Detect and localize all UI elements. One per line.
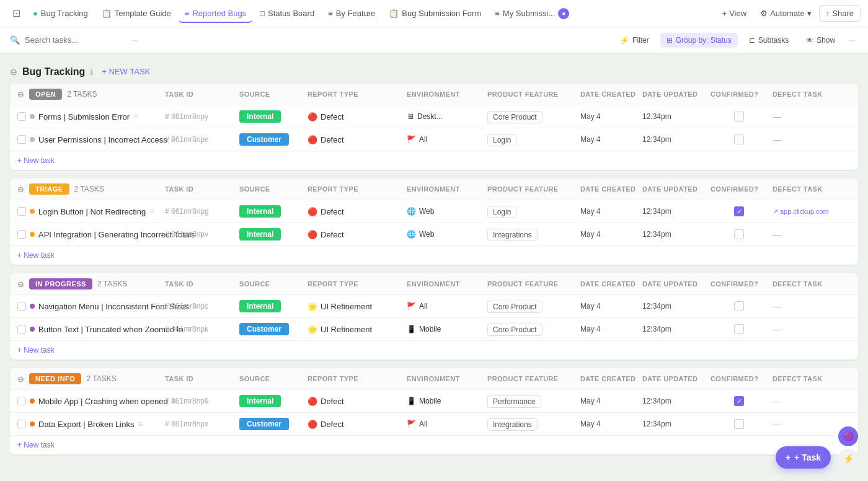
- new-task-row[interactable]: + New task: [10, 246, 858, 265]
- report-type-cell: 🔴Defect: [305, 135, 404, 144]
- source-badge[interactable]: Internal: [239, 205, 281, 218]
- table-row: Login Button | Not Redirecting ≡ # 861mr…: [10, 200, 858, 223]
- date-updated-cell: 12:34pm: [640, 230, 708, 239]
- tab-status-board[interactable]: □ Status Board: [254, 5, 321, 22]
- reported-bugs-icon: ≡: [185, 9, 190, 18]
- more-options-icon[interactable]: ···: [129, 33, 141, 47]
- task-description-icon[interactable]: ≡: [149, 207, 154, 216]
- task-name[interactable]: Button Text | Truncated when Zoomed In: [38, 325, 184, 334]
- task-id-cell: # 861mr8npy: [162, 112, 237, 121]
- report-type-cell: 🌟UI Refinement: [305, 302, 404, 311]
- source-badge[interactable]: Internal: [239, 228, 281, 240]
- task-name[interactable]: Forms | Submission Error: [38, 112, 130, 121]
- new-task-button[interactable]: + NEW TASK: [98, 66, 154, 77]
- report-type-cell: 🔴Defect: [305, 112, 404, 121]
- task-checkbox[interactable]: [17, 135, 26, 144]
- show-button[interactable]: 👁 Show: [800, 33, 841, 48]
- open-task-count: 2 TASKS: [67, 90, 97, 99]
- task-checkbox[interactable]: [17, 397, 26, 405]
- defect-icon: 🔴: [308, 397, 317, 406]
- tab-bug-submission[interactable]: 📋 Bug Submission Form: [383, 5, 487, 22]
- source-badge[interactable]: Customer: [239, 418, 289, 430]
- new-task-row[interactable]: + New task: [10, 151, 858, 170]
- product-feature-cell: Performance: [485, 397, 578, 406]
- checkbox-empty[interactable]: [734, 229, 744, 239]
- more-toolbar-icon[interactable]: ···: [846, 33, 858, 47]
- task-checkbox[interactable]: [17, 302, 26, 311]
- share-icon: ↑: [826, 9, 830, 18]
- defect-icon: 🔴: [308, 207, 317, 216]
- new-task-row[interactable]: + New task: [10, 341, 858, 360]
- checkbox-empty[interactable]: [734, 135, 744, 144]
- source-cell: Customer: [237, 418, 305, 430]
- date-created-cell: May 4: [578, 325, 640, 333]
- search-input[interactable]: [25, 35, 124, 45]
- avatar-dots[interactable]: 🟣 ⚡: [838, 426, 858, 469]
- share-button[interactable]: ↑ Share: [819, 5, 861, 22]
- task-checkbox[interactable]: [17, 112, 26, 121]
- source-cell: Internal: [237, 110, 305, 123]
- defect-task-cell[interactable]: ↗app.clickup.com: [770, 208, 851, 216]
- feature-badge: Login: [487, 206, 516, 218]
- source-badge[interactable]: Internal: [239, 110, 281, 123]
- product-feature-cell: Login: [485, 135, 578, 144]
- task-checkbox[interactable]: [17, 325, 26, 333]
- defect-task-cell: —: [770, 229, 851, 239]
- new-task-row[interactable]: + New task: [10, 436, 858, 454]
- task-id-cell: # 861mr8npx: [162, 420, 237, 428]
- template-icon: 📋: [102, 9, 112, 18]
- source-badge[interactable]: Customer: [239, 133, 289, 146]
- fab-create-task[interactable]: + + Task: [776, 446, 831, 469]
- task-checkbox[interactable]: [17, 420, 26, 428]
- automate-icon: ⚙: [760, 9, 768, 18]
- confirmed-cell: [708, 135, 770, 144]
- view-button[interactable]: + View: [716, 6, 753, 21]
- show-icon: 👁: [806, 36, 813, 45]
- tab-template-guide[interactable]: 📋 Template Guide: [95, 5, 177, 22]
- checkbox-empty[interactable]: [734, 112, 744, 121]
- web-icon: 🌐: [407, 230, 416, 239]
- open-collapse-icon[interactable]: ⊖: [17, 90, 24, 99]
- defect-icon: 🔴: [308, 135, 317, 144]
- task-id-cell: # 861mr8npv: [162, 230, 237, 239]
- need-info-collapse-icon[interactable]: ⊖: [17, 374, 24, 384]
- tab-bug-tracking[interactable]: ● Bug Tracking: [27, 5, 94, 22]
- source-badge[interactable]: Customer: [239, 323, 289, 335]
- task-name[interactable]: Data Export | Broken Links: [38, 420, 134, 429]
- checkbox-empty[interactable]: [734, 324, 744, 334]
- task-name[interactable]: Login Button | Not Redirecting: [38, 207, 146, 216]
- task-description-icon[interactable]: ≡: [133, 112, 138, 121]
- tab-reported-bugs[interactable]: ≡ Reported Bugs: [179, 5, 252, 23]
- checkbox-empty[interactable]: [734, 419, 744, 429]
- date-created-cell: May 4: [578, 420, 640, 428]
- info-icon[interactable]: ℹ: [90, 67, 93, 77]
- task-checkbox[interactable]: [17, 207, 26, 216]
- task-description-icon[interactable]: ≡: [138, 420, 142, 428]
- source-badge[interactable]: Internal: [239, 300, 281, 312]
- environment-cell: 🖥Deskt...: [404, 112, 485, 121]
- task-name[interactable]: User Permissions | Incorrect Access: [38, 135, 167, 144]
- in-progress-collapse-icon[interactable]: ⊖: [17, 280, 24, 289]
- source-cell: Internal: [237, 395, 305, 407]
- subtasks-button[interactable]: ⊏ Subtasks: [743, 33, 795, 48]
- tab-by-feature[interactable]: ≡ By Feature: [322, 5, 381, 22]
- task-checkbox[interactable]: [17, 230, 26, 239]
- checkbox-checked[interactable]: ✓: [734, 396, 744, 406]
- date-created-cell: May 4: [578, 207, 640, 216]
- mobile-icon: 📱: [407, 325, 416, 333]
- checkbox-empty[interactable]: [734, 301, 744, 311]
- in-progress-task-count: 2 TASKS: [97, 280, 127, 288]
- defect-icon: 🔴: [308, 112, 317, 121]
- filter-button[interactable]: ⚡ Filter: [614, 33, 655, 48]
- table-row: Button Text | Truncated when Zoomed In ≡…: [10, 318, 858, 341]
- triage-collapse-icon[interactable]: ⊖: [17, 185, 24, 194]
- automate-button[interactable]: ⚙ Automate ▾: [754, 6, 818, 21]
- feature-badge: Integrations: [487, 418, 538, 431]
- checkbox-checked[interactable]: ✓: [734, 206, 744, 216]
- tab-my-submissions[interactable]: ≡ My Submissi... ●: [489, 4, 575, 23]
- group-by-button[interactable]: ⊞ Group by: Status: [660, 33, 738, 48]
- task-name[interactable]: Mobile App | Crashing when opened: [38, 397, 168, 406]
- source-badge[interactable]: Internal: [239, 395, 281, 407]
- sidebar-toggle[interactable]: ⊡: [7, 4, 25, 23]
- collapse-all-icon[interactable]: ⊖: [10, 67, 17, 77]
